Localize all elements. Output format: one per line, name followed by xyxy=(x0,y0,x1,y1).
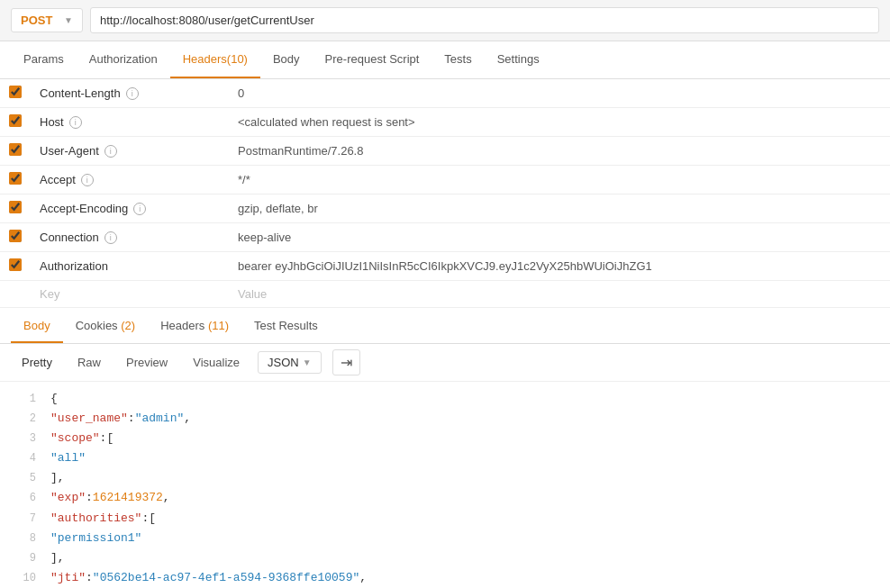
method-label: POST xyxy=(21,14,52,27)
info-icon[interactable]: i xyxy=(126,87,139,100)
info-icon[interactable]: i xyxy=(133,203,146,215)
tab-settings[interactable]: Settings xyxy=(485,41,552,78)
tab-tests[interactable]: Tests xyxy=(431,41,484,78)
method-select[interactable]: POST ▼ xyxy=(11,8,83,32)
json-line: 2 "user_name": "admin", xyxy=(0,409,890,429)
tab-params[interactable]: Params xyxy=(11,41,77,78)
tab-headers[interactable]: Headers(10) xyxy=(170,41,260,78)
tab-authorization[interactable]: Authorization xyxy=(77,41,170,78)
json-line: 7 "authorities": [ xyxy=(0,509,890,529)
table-row: Content-Lengthi0 xyxy=(0,79,890,108)
wrap-button[interactable]: ⇥ xyxy=(332,349,360,375)
url-bar: POST ▼ xyxy=(0,0,890,41)
json-line: 6 "exp": 1621419372, xyxy=(0,488,890,508)
json-line: 5 ], xyxy=(0,468,890,488)
format-select-button[interactable]: JSON ▼ xyxy=(258,351,322,374)
tab-test-results[interactable]: Test Results xyxy=(241,310,331,343)
info-icon[interactable]: i xyxy=(104,231,117,244)
tab-prerequest[interactable]: Pre-request Script xyxy=(313,41,432,78)
table-row: Hosti<calculated when request is sent> xyxy=(0,108,890,137)
info-icon[interactable]: i xyxy=(104,145,117,158)
table-row: User-AgentiPostmanRuntime/7.26.8 xyxy=(0,137,890,166)
tab-response-headers[interactable]: Headers (11) xyxy=(148,310,241,343)
json-line: 3 "scope": [ xyxy=(0,429,890,448)
request-tabs: Params Authorization Headers(10) Body Pr… xyxy=(0,41,890,79)
json-line: 1{ xyxy=(0,389,890,409)
info-icon[interactable]: i xyxy=(69,116,82,129)
tab-body[interactable]: Body xyxy=(260,41,313,78)
format-select-arrow-icon: ▼ xyxy=(303,357,312,367)
json-viewer: 1{2 "user_name": "admin",3 "scope": [4 "… xyxy=(0,382,890,588)
format-tab-raw[interactable]: Raw xyxy=(67,351,112,374)
json-line: 9 ], xyxy=(0,548,890,568)
tab-cookies[interactable]: Cookies (2) xyxy=(63,310,148,343)
format-tab-pretty[interactable]: Pretty xyxy=(11,351,63,374)
response-toolbar: Pretty Raw Preview Visualize JSON ▼ ⇥ xyxy=(0,344,890,382)
response-tabs: Body Cookies (2) Headers (11) Test Resul… xyxy=(0,310,890,344)
format-tab-preview[interactable]: Preview xyxy=(115,351,178,374)
table-row: Connectionikeep-alive xyxy=(0,223,890,252)
tab-response-body[interactable]: Body xyxy=(11,310,63,343)
method-arrow-icon: ▼ xyxy=(64,15,73,25)
json-line: 4 "all" xyxy=(0,448,890,468)
table-row: Accepti*/* xyxy=(0,166,890,194)
info-icon[interactable]: i xyxy=(81,174,94,186)
headers-table: Content-Lengthi0Hosti<calculated when re… xyxy=(0,79,890,308)
url-input[interactable] xyxy=(90,7,879,33)
format-tab-visualize[interactable]: Visualize xyxy=(182,351,250,374)
table-row-empty: KeyValue xyxy=(0,281,890,308)
json-line: 8 "permission1" xyxy=(0,529,890,548)
json-line: 10 "jti": "0562be14-ac97-4ef1-a594-9368f… xyxy=(0,568,890,588)
table-row: Authorizationbearer eyJhbGciOiJIUzI1NiIs… xyxy=(0,252,890,281)
table-row: Accept-Encodingigzip, deflate, br xyxy=(0,194,890,223)
